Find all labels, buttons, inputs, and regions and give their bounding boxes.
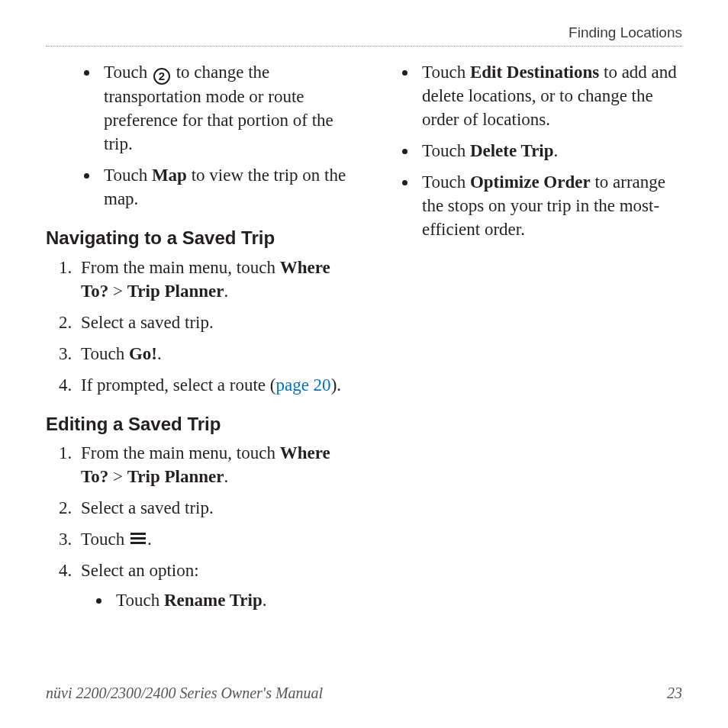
heading-navigating: Navigating to a Saved Trip [46, 226, 349, 250]
text: Touch [422, 63, 470, 82]
text: Touch [104, 166, 152, 185]
text: Touch [116, 591, 164, 610]
text: . [147, 530, 152, 549]
footer-title: nüvi 2200/2300/2400 Series Owner's Manua… [46, 685, 323, 702]
bold-text: Trip Planner [127, 282, 224, 301]
menu-icon [130, 533, 146, 547]
list-item: Touch Rename Trip. [111, 588, 349, 612]
text: Select a saved trip. [81, 498, 214, 517]
list-item: Select a saved trip. [76, 496, 349, 520]
text: . [263, 591, 267, 610]
text: Select an option: [81, 561, 199, 580]
text: . [157, 344, 162, 363]
heading-editing: Editing a Saved Trip [46, 412, 349, 436]
intro-bullet-list: Touch 2 to change the transportation mod… [46, 60, 349, 211]
header-rule [46, 46, 682, 47]
list-item: Touch Optimize Order to arrange the stop… [417, 170, 682, 241]
page-link[interactable]: page 20 [275, 375, 330, 395]
bold-text: Map [152, 166, 187, 185]
text: ). [331, 375, 341, 395]
sub-bullet-list: Touch Rename Trip. [81, 588, 349, 612]
list-item: If prompted, select a route (page 20). [76, 373, 349, 397]
text: > [108, 282, 127, 301]
list-item: From the main menu, touch Where To? > Tr… [76, 441, 349, 488]
list-item: Select an option: Touch Rename Trip. [76, 559, 349, 612]
list-item: Select a saved trip. [76, 311, 349, 334]
page-number: 23 [667, 685, 682, 702]
content-columns: Touch 2 to change the transportation mod… [46, 60, 682, 620]
text: From the main menu, touch [81, 443, 280, 462]
text: Touch [81, 344, 129, 363]
bold-text: Rename Trip [164, 591, 263, 610]
list-item: Touch 2 to change the transportation mod… [99, 60, 349, 156]
list-item: Touch Delete Trip. [417, 139, 682, 163]
text: From the main menu, touch [81, 258, 280, 277]
text: Touch [422, 172, 470, 192]
circled-2-icon: 2 [153, 68, 170, 85]
bold-text: Go! [129, 344, 157, 363]
list-item: Touch Map to view the trip on the map. [99, 163, 349, 211]
bold-text: Edit Destinations [470, 63, 599, 82]
list-item: Touch . [76, 527, 349, 551]
left-column: Touch 2 to change the transportation mod… [46, 60, 349, 620]
text: > [108, 467, 127, 486]
navigating-steps: From the main menu, touch Where To? > Tr… [46, 256, 349, 397]
editing-steps: From the main menu, touch Where To? > Tr… [46, 441, 349, 612]
right-column: Touch Edit Destinations to add and delet… [379, 60, 682, 620]
text: . [554, 141, 559, 160]
bold-text: Delete Trip [470, 141, 554, 160]
list-item: Touch Go!. [76, 342, 349, 366]
right-bullet-list: Touch Edit Destinations to add and delet… [379, 60, 682, 241]
bold-text: Trip Planner [127, 467, 224, 486]
text: Select a saved trip. [81, 313, 214, 332]
text: Touch [422, 141, 470, 160]
page-footer: nüvi 2200/2300/2400 Series Owner's Manua… [46, 685, 682, 702]
text: . [224, 282, 228, 301]
text: Touch [104, 63, 152, 82]
list-item: Touch Edit Destinations to add and delet… [417, 60, 682, 131]
text: Touch [81, 530, 129, 549]
list-item: From the main menu, touch Where To? > Tr… [76, 256, 349, 303]
bold-text: Optimize Order [470, 172, 591, 192]
text: . [224, 467, 228, 486]
text: If prompted, select a route ( [81, 375, 275, 395]
page: Finding Locations Touch 2 to change the … [0, 0, 728, 728]
running-head: Finding Locations [46, 24, 682, 46]
